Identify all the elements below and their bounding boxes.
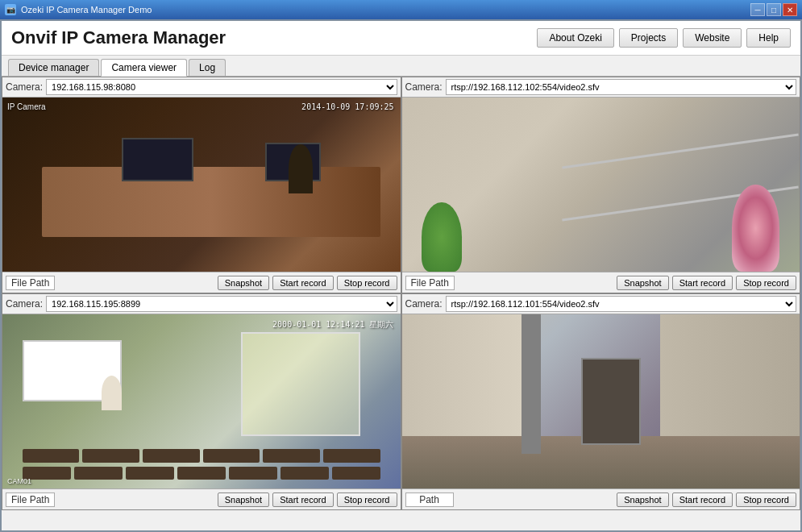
about-button[interactable]: About Ozeki <box>537 28 613 48</box>
camera-4-label: Camera: <box>405 298 443 310</box>
camera-3-overlay: 2000-01-01 12:14:21 星期六 CAM01 <box>2 314 401 488</box>
chair <box>126 467 174 480</box>
tab-camera-viewer[interactable]: Camera viewer <box>101 59 187 77</box>
camera-panel-2: Camera: rtsp://192.168.112.102:554/video… <box>401 77 801 293</box>
tab-device-manager[interactable]: Device manager <box>8 59 99 76</box>
maximize-button[interactable]: □ <box>767 3 781 16</box>
chair <box>263 449 320 462</box>
camera-4-select[interactable]: rtsp://192.168.112.101:554/video2.sfv <box>446 296 796 312</box>
minimize-button[interactable]: ─ <box>750 3 765 16</box>
hallway-scene <box>402 314 800 488</box>
camera-4-bottom-bar: Path Snapshot Start record Stop record <box>402 488 800 509</box>
camera-2-filepath-button[interactable]: File Path <box>405 276 455 290</box>
camera-panel-4: Camera: rtsp://192.168.112.101:554/video… <box>401 293 801 510</box>
cam-3-bottom-label: CAM01 <box>7 477 31 485</box>
camera-1-feed: IP Camera 2014-10-09 17:09:25 <box>2 98 401 272</box>
hallway-door <box>581 358 641 445</box>
window-title: Ozeki IP Camera Manager Demo <box>21 5 152 15</box>
app-header: Onvif IP Camera Manager About Ozeki Proj… <box>2 21 800 56</box>
hallway-partition <box>522 314 542 454</box>
main-window: Onvif IP Camera Manager About Ozeki Proj… <box>0 19 802 532</box>
camera-1-overlay: IP Camera 2014-10-09 17:09:25 <box>2 98 401 272</box>
camera-1-start-record-button[interactable]: Start record <box>272 276 333 290</box>
camera-4-top-bar: Camera: rtsp://192.168.112.101:554/video… <box>402 294 800 314</box>
camera-3-top-bar: Camera: 192.168.115.195:8899 <box>2 294 401 314</box>
camera-1-bottom-bar: File Path Snapshot Start record Stop rec… <box>2 272 401 293</box>
chair <box>143 449 200 462</box>
cam-1-label-overlay: IP Camera <box>7 102 46 111</box>
cam-3-timestamp: 2000-01-01 12:14:21 星期六 <box>272 319 393 330</box>
camera-3-filepath-button[interactable]: File Path <box>6 493 55 507</box>
app-title: Onvif IP Camera Manager <box>11 27 226 48</box>
camera-3-select[interactable]: 192.168.115.195:8899 <box>46 296 397 312</box>
tabs-bar: Device manager Camera viewer Log <box>2 56 800 77</box>
camera-4-feed <box>402 314 800 488</box>
chair <box>323 449 380 462</box>
camera-1-snapshot-button[interactable]: Snapshot <box>218 276 269 290</box>
camera-1-stop-record-button[interactable]: Stop record <box>337 276 397 290</box>
camera-3-bottom-bar: File Path Snapshot Start record Stop rec… <box>2 488 401 509</box>
camera-3-start-record-button[interactable]: Start record <box>272 493 333 507</box>
camera-2-overlay <box>402 98 800 272</box>
chair <box>23 449 80 462</box>
chair <box>280 467 329 480</box>
stair-scene <box>402 98 800 272</box>
chair <box>332 467 380 480</box>
classroom-rows <box>2 401 401 488</box>
person-silhouette <box>289 144 313 193</box>
app-icon: 📷 <box>5 4 16 15</box>
camera-2-start-record-button[interactable]: Start record <box>672 276 733 290</box>
projects-button[interactable]: Projects <box>619 28 678 48</box>
monitor-1 <box>122 138 193 181</box>
camera-1-select[interactable]: 192.168.115.98:8080 <box>46 79 397 95</box>
tab-log[interactable]: Log <box>189 59 226 76</box>
camera-3-label: Camera: <box>6 298 43 310</box>
camera-2-stop-record-button[interactable]: Stop record <box>736 276 796 290</box>
stair-railing-1 <box>562 133 799 168</box>
camera-2-feed <box>402 98 800 272</box>
camera-3-stop-record-button[interactable]: Stop record <box>337 493 397 507</box>
camera-1-top-bar: Camera: 192.168.115.98:8080 <box>2 77 401 98</box>
camera-2-label: Camera: <box>405 81 443 93</box>
help-button[interactable]: Help <box>746 28 791 48</box>
cam-1-timestamp: 2014-10-09 17:09:25 <box>301 102 393 111</box>
camera-panel-3: Camera: 192.168.115.195:8899 <box>2 293 401 510</box>
window-controls: ─ □ ✕ <box>750 3 797 16</box>
camera-4-overlay <box>402 314 800 488</box>
close-button[interactable]: ✕ <box>783 3 797 16</box>
camera-2-select[interactable]: rtsp://192.168.112.102:554/video2.sfv <box>446 79 796 95</box>
chair <box>82 449 139 462</box>
camera-1-label: Camera: <box>6 81 43 93</box>
title-bar: 📷 Ozeki IP Camera Manager Demo ─ □ ✕ <box>0 0 802 19</box>
chair <box>177 467 226 480</box>
chair <box>203 449 260 462</box>
camera-panel-1: Camera: 192.168.115.98:8080 IP Camera 20… <box>2 77 401 293</box>
camera-4-snapshot-button[interactable]: Snapshot <box>617 493 668 507</box>
camera-4-start-record-button[interactable]: Start record <box>672 493 733 507</box>
camera-3-snapshot-button[interactable]: Snapshot <box>218 493 269 507</box>
camera-4-path-button[interactable]: Path <box>405 493 454 507</box>
flower-plant <box>732 185 779 272</box>
website-button[interactable]: Website <box>683 28 742 48</box>
camera-2-top-bar: Camera: rtsp://192.168.112.102:554/video… <box>402 77 800 98</box>
chair-row-1 <box>2 449 401 462</box>
camera-grid: Camera: 192.168.115.98:8080 IP Camera 20… <box>2 77 800 510</box>
camera-2-snapshot-button[interactable]: Snapshot <box>617 276 668 290</box>
camera-2-bottom-bar: File Path Snapshot Start record Stop rec… <box>402 272 800 293</box>
camera-1-filepath-button[interactable]: File Path <box>6 276 55 290</box>
header-buttons: About Ozeki Projects Website Help <box>537 28 791 48</box>
desk-scene <box>42 167 380 236</box>
camera-4-stop-record-button[interactable]: Stop record <box>736 493 796 507</box>
green-plant <box>422 202 461 272</box>
chair <box>229 467 277 480</box>
chair <box>74 467 123 480</box>
chair-row-2 <box>2 467 401 480</box>
camera-3-feed: 2000-01-01 12:14:21 星期六 CAM01 <box>2 314 401 488</box>
